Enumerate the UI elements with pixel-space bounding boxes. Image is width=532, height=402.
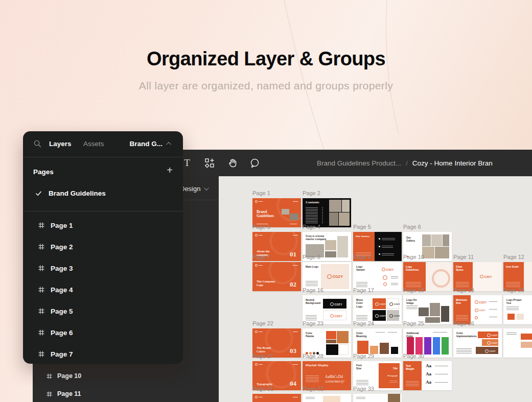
sidebar-page-item[interactable]: Page 10 — [33, 369, 219, 383]
panel-page-item[interactable]: Page 7 — [23, 345, 183, 363]
breadcrumb-separator: / — [406, 159, 408, 167]
chevron-down-icon — [204, 185, 209, 191]
slide-title: Color Implementations — [456, 332, 474, 338]
frame-label[interactable]: Page 5 — [353, 224, 371, 230]
panel-page-item[interactable]: Page 2 — [23, 238, 183, 256]
frame-label[interactable]: Page 26 — [453, 320, 474, 326]
frame-hash-icon — [38, 286, 45, 293]
frame-label[interactable]: Page 27 — [252, 353, 273, 359]
breadcrumb-file[interactable]: Cozy - Home Interior Bran — [412, 159, 493, 167]
frame-label[interactable]: Page 9 — [353, 254, 371, 260]
frame-thumbnail-page20[interactable]: Logo Proper Use — [503, 295, 532, 324]
frame-label[interactable]: Page 30 — [403, 353, 424, 359]
frame-label[interactable]: Page 2 — [303, 190, 320, 196]
hand-icon — [227, 157, 238, 169]
logo-icon-mark — [383, 282, 387, 286]
frame-label[interactable]: Page 11 — [453, 254, 474, 260]
check-icon — [35, 190, 42, 197]
hand-tool-button[interactable] — [226, 156, 239, 170]
panel-divider — [23, 211, 183, 211]
frame-hash-icon — [46, 391, 53, 397]
page-item-label: Page 2 — [51, 243, 73, 251]
cozy-logo: COZY — [487, 334, 498, 337]
frame-label[interactable]: Page 25 — [403, 320, 424, 326]
frame-label[interactable]: Page 7 — [252, 254, 270, 260]
page-item-label: Page 5 — [51, 308, 73, 315]
frame-label[interactable]: Page 33 — [353, 386, 374, 392]
frame-label[interactable]: Page 18 — [403, 287, 424, 293]
page-dropdown[interactable]: Brand G... — [129, 140, 171, 148]
frame-thumbnail-page1[interactable]: Brand Guidelines — [252, 198, 301, 227]
frame-hash-icon — [38, 265, 45, 272]
frame-label[interactable]: Page 4 — [303, 224, 320, 230]
add-page-button[interactable]: + — [167, 164, 173, 176]
slide-title: Font Size — [356, 364, 367, 370]
frame-thumbnail-page32[interactable] — [303, 394, 351, 402]
frame-thumbnail-partial[interactable] — [503, 328, 532, 358]
cozy-logo: COZY — [480, 275, 492, 278]
frame-label[interactable]: Page 12 — [503, 254, 524, 260]
page-item-label: Page 1 — [51, 222, 73, 229]
frame-hash-icon — [38, 243, 45, 250]
cozy-logo: COZY — [382, 268, 394, 271]
pages-title: Pages — [33, 168, 54, 176]
panel-page-item[interactable]: Page 4 — [23, 280, 183, 299]
frame-label[interactable]: Page 28 — [303, 353, 323, 359]
frame-hash-icon — [38, 308, 45, 315]
frame-label[interactable]: Page 8 — [303, 254, 320, 260]
panel-page-item[interactable]: Page 3 — [23, 259, 183, 277]
frame-label[interactable]: Page 31 — [252, 386, 273, 392]
mini-logo-icon — [255, 264, 258, 267]
frame-thumbnail-page2[interactable]: Contents — [303, 198, 351, 227]
slide-title: Cozy is a home interior company — [306, 234, 327, 241]
search-icon[interactable] — [33, 139, 42, 148]
slide-title: Icon Scale — [506, 265, 521, 268]
frame-thumbnail-page30[interactable]: Text Weight Aa Aa Aa — [403, 361, 452, 390]
cozy-logo: COZY — [485, 349, 496, 353]
frame-thumbnail-page33[interactable] — [353, 394, 402, 402]
tab-assets[interactable]: Assets — [83, 140, 104, 148]
panel-page-item[interactable]: Page 5 — [23, 302, 183, 320]
frame-label[interactable]: Page 16 — [303, 287, 323, 293]
frame-thumbnail-page26[interactable]: Color Implementations COZY COZY COZY — [453, 328, 502, 358]
mini-logo-icon — [255, 330, 258, 333]
mini-logo-icon — [255, 234, 258, 237]
frame-label[interactable]: Page 19 — [453, 287, 474, 293]
frame-thumbnail-page7[interactable]: The Company Logo 02 — [252, 262, 301, 291]
cozy-logo: COZY — [475, 300, 487, 304]
frame-label[interactable]: Page 32 — [303, 386, 323, 392]
panel-page-item[interactable]: Page 1 — [23, 216, 183, 234]
frame-label[interactable]: Page 1 — [252, 190, 270, 196]
frame-label[interactable]: Page 20 — [503, 287, 524, 293]
resources-tool-button[interactable] — [203, 156, 216, 170]
frame-label[interactable]: Page 22 — [252, 320, 273, 326]
slide-title: Neutral Background — [306, 298, 321, 305]
cozy-logo: COZY — [375, 302, 386, 306]
slide-title: The Brand Colors — [257, 346, 279, 353]
panel-page-item[interactable]: Page 6 — [23, 323, 183, 342]
logo-watermark — [432, 269, 450, 288]
frame-label[interactable]: Page 17 — [353, 287, 374, 293]
frame-label[interactable]: Page 23 — [303, 320, 323, 326]
slide-number: 04 — [290, 380, 296, 388]
cozy-logo: COZY — [475, 309, 485, 312]
comment-tool-button[interactable] — [248, 156, 261, 170]
figma-canvas[interactable]: Page 1 Brand Guidelines Page 2 Contents … — [219, 176, 532, 402]
design-dropdown[interactable]: Design — [180, 185, 207, 193]
frame-hash-icon — [38, 350, 45, 358]
active-page-row[interactable]: Brand Guidelines — [23, 184, 183, 202]
slide-title: Clear Space — [456, 265, 470, 272]
frame-thumbnail-page31[interactable] — [252, 394, 301, 402]
frame-label[interactable]: Page 3 — [252, 224, 270, 230]
slide-title: Logo On Image — [406, 298, 422, 305]
sidebar-page-item[interactable]: Page 11 — [33, 387, 219, 401]
slide-title: The Company Logo — [257, 280, 279, 287]
tab-layers[interactable]: Layers — [49, 140, 72, 148]
frame-label[interactable]: Page 10 — [403, 254, 424, 260]
text-tool-icon: T — [184, 157, 190, 169]
frame-label[interactable]: Page 24 — [353, 320, 374, 326]
breadcrumb-project[interactable]: Brand Guidelines Product... — [317, 159, 401, 167]
frame-label[interactable]: Page 29 — [353, 353, 374, 359]
frame-label[interactable]: Page 6 — [403, 224, 421, 230]
cozy-logo: COZY — [487, 341, 498, 345]
